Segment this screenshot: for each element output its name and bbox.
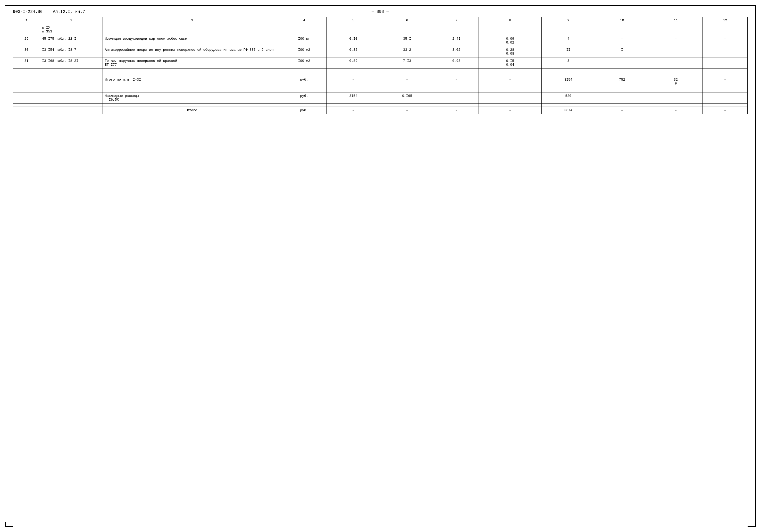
nakladnye-c8: – [479,92,542,103]
r29-ref: 45-I75 табл. 22-I [40,35,102,46]
itogo2-c11: – [649,107,703,114]
itogo1-c11-den: 9 [674,81,678,85]
hn-c7 [434,24,479,35]
corner-br [748,519,755,527]
r30-c4: I00 м2 [282,46,326,57]
r30-ref: I3-I54 табл. I8-7 [40,46,102,57]
itogo2-c5: – [326,107,380,114]
doc-ref: Ал.I2.I, кн.7 [53,10,85,14]
itogo1-c12: – [703,76,748,87]
hn-c11 [649,24,703,35]
page-container: 903-I-224.86 Ал.I2.I, кн.7 — 898 — [5,5,756,527]
r29-desc: Изоляция воздуховодов картоном асбестовы… [102,35,282,46]
col-header-3: 3 [102,17,282,24]
r30-c7: 3,02 [434,46,479,57]
r30-num: 30 [13,46,40,57]
r30-c8-num: 0,28 [506,48,514,52]
hn-c12 [703,24,748,35]
col-header-5: 5 [326,17,380,24]
r29-c8-num: 0,09 [506,37,514,41]
itogo2-c9: 3674 [542,107,595,114]
hn-c8 [479,24,542,35]
table-row: 3I I3-I68 табл. I8-2I То же, наружных по… [13,57,748,69]
r31-c11: – [649,57,703,69]
table-row: Итого по п.п. I–3I руб. – – – – 3I54 752… [13,76,748,87]
r29-c6: 35,I [380,35,434,46]
itogo2-c8: – [479,107,542,114]
nakladnye-c4: руб. [282,92,326,103]
table-row: Накладные расходы – I6,5% руб. 3I54 0,I6… [13,92,748,103]
nakladnye-c6: 0,I65 [380,92,434,103]
r31-c7: 0,98 [434,57,479,69]
itogo1-c9: 3I54 [542,76,595,87]
itogo2-c4: руб. [282,107,326,114]
r29-c8: 0,09 0,02 [479,35,542,46]
r29-c12: – [703,35,748,46]
itogo2-c12: – [703,107,748,114]
r30-c8-den: 0,08 [506,52,514,56]
itogo2-label: Итого [102,107,282,114]
col-header-12: 12 [703,17,748,24]
r31-c5: 0,89 [326,57,380,69]
r29-c8-den: 0,02 [506,41,514,44]
r31-ref: I3-I68 табл. I8-2I [40,57,102,69]
hn-c3 [102,24,282,35]
r30-c12: – [703,46,748,57]
r31-c12: – [703,57,748,69]
itogo1-c11-num: 32 [674,78,678,81]
itogo1-c4: руб. [282,76,326,87]
itogo2-c6: – [380,107,434,114]
col-header-6: 6 [380,17,434,24]
itogo1-c10: 752 [595,76,649,87]
itogo2-c10: – [595,107,649,114]
r30-c10: I [595,46,649,57]
r31-c9: 3 [542,57,595,69]
itogo1-c5: – [326,76,380,87]
col-header-2: 2 [40,17,102,24]
r30-c6: 33,2 [380,46,434,57]
itogo1-c6: – [380,76,434,87]
r29-c9: 4 [542,35,595,46]
main-table: 1 2 3 4 5 6 7 8 9 10 11 12 р [13,17,748,114]
col-header-10: 10 [595,17,649,24]
itogo1-c8: – [479,76,542,87]
r31-c8: 0,I5 0,04 [479,57,542,69]
itogo1-label: Итого по п.п. I–3I [102,76,282,87]
r30-c9: II [542,46,595,57]
r30-c5: 0,32 [326,46,380,57]
r29-num: 29 [13,35,40,46]
r31-desc: То же, наружных поверхностей краской БТ-… [102,57,282,69]
r29-c10: – [595,35,649,46]
hn-c2: р.IУп.353 [40,24,102,35]
corner-bl-v [5,522,6,527]
r29-c4: I00 кг [282,35,326,46]
table-row: 30 I3-I54 табл. I8-7 Антикоррозийное пок… [13,46,748,57]
r31-c10: – [595,57,649,69]
col-header-11: 11 [649,17,703,24]
hn-c6 [380,24,434,35]
hn-c5 [326,24,380,35]
nakladnye-c9: 520 [542,92,595,103]
r31-c6: 7,I3 [380,57,434,69]
corner-bl-h [5,526,13,527]
col-header-4: 4 [282,17,326,24]
table-wrapper: 1 2 3 4 5 6 7 8 9 10 11 12 р [5,17,755,114]
doc-number: 903-I-224.86 [13,10,42,14]
hn-c9 [542,24,595,35]
r31-num: 3I [13,57,40,69]
hn-c10 [595,24,649,35]
r30-c8: 0,28 0,08 [479,46,542,57]
itogo1-c11: 32 9 [649,76,703,87]
r30-c11: – [649,46,703,57]
r31-c8-num: 0,I5 [506,59,514,63]
col-header-7: 7 [434,17,479,24]
header-note-row: р.IУп.353 [13,24,748,35]
itogo2-c7: – [434,107,479,114]
nakladnye-label: Накладные расходы – I6,5% [102,92,282,103]
col-header-1: 1 [13,17,40,24]
r29-c7: 2,4I [434,35,479,46]
r31-c4: I00 м2 [282,57,326,69]
r30-desc: Антикоррозийное покрытие внутренних пове… [102,46,282,57]
itogo1-c7: – [434,76,479,87]
r29-c5: 0,I0 [326,35,380,46]
